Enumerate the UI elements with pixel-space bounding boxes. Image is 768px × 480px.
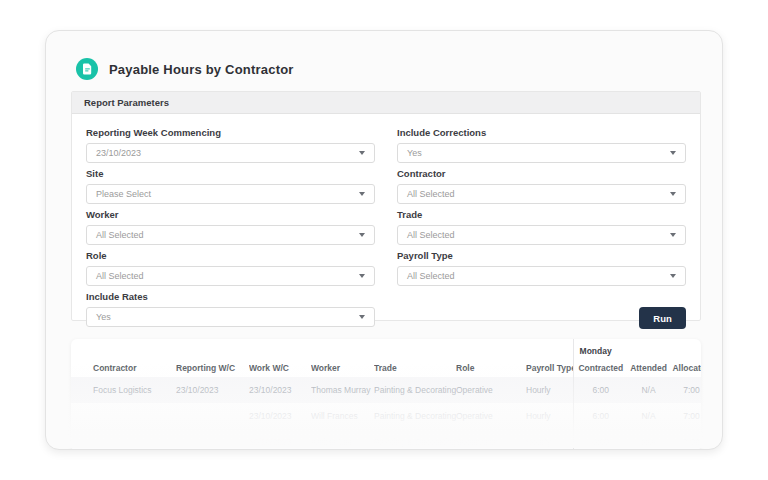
field-worker: Worker All Selected xyxy=(86,209,375,245)
chevron-down-icon xyxy=(670,274,676,278)
select-value: Please Select xyxy=(96,189,151,199)
cell-role: Supervisor xyxy=(456,429,526,450)
chevron-down-icon xyxy=(359,315,365,319)
column-header: Payroll Type xyxy=(526,359,573,377)
day-group-row: Monday xyxy=(71,339,701,359)
trade-select[interactable]: All Selected xyxy=(397,225,686,245)
column-header: Role xyxy=(456,359,526,377)
cell-worker: Thomas Murray xyxy=(311,377,374,403)
field-include-corrections: Include Corrections Yes xyxy=(397,127,686,163)
chevron-down-icon xyxy=(359,233,365,237)
field-include-rates: Include Rates Yes xyxy=(86,291,375,327)
report-parameters-panel: Report Parameters Reporting Week Commenc… xyxy=(71,91,701,321)
form-column-right: Include Corrections Yes Contractor All S… xyxy=(397,123,686,332)
select-value: All Selected xyxy=(96,271,144,281)
field-trade: Trade All Selected xyxy=(397,209,686,245)
chevron-down-icon xyxy=(359,274,365,278)
table-row: 16/10/2023 Amber Lee Painting & Decorati… xyxy=(71,429,701,450)
cell-contracted: 6:00 xyxy=(573,377,628,403)
column-header: Contracted xyxy=(573,359,628,377)
run-row: Run xyxy=(397,307,686,329)
cell-work-wc: 23/10/2023 xyxy=(249,403,311,429)
field-role: Role All Selected xyxy=(86,250,375,286)
chevron-down-icon xyxy=(359,192,365,196)
cell-attended: N/A xyxy=(628,429,669,450)
select-value: Yes xyxy=(96,312,111,322)
cell-trade: Painting & Decorating xyxy=(374,377,456,403)
parameters-form: Reporting Week Commencing 23/10/2023 Sit… xyxy=(72,114,700,332)
chevron-down-icon xyxy=(670,233,676,237)
cell-work-wc: 23/10/2023 xyxy=(249,377,311,403)
column-header: Attended xyxy=(628,359,669,377)
cell-attended: N/A xyxy=(628,403,669,429)
cell-allocated: 7:00 xyxy=(669,377,701,403)
field-label: Payroll Type xyxy=(397,250,686,261)
reporting-week-select[interactable]: 23/10/2023 xyxy=(86,143,375,163)
cell-reporting-wc xyxy=(176,403,249,429)
select-value: All Selected xyxy=(407,230,455,240)
chevron-down-icon xyxy=(670,192,676,196)
column-header: Worker xyxy=(311,359,374,377)
field-label: Role xyxy=(86,250,375,261)
cell-work-wc-correction: 16/10/2023 xyxy=(249,429,311,450)
day-group-spacer xyxy=(71,339,573,359)
field-site: Site Please Select xyxy=(86,168,375,204)
column-header: Contractor xyxy=(71,359,176,377)
cell-allocated: 7:00 xyxy=(669,403,701,429)
column-header: Work W/C xyxy=(249,359,311,377)
cell-worker: Amber Lee xyxy=(311,429,374,450)
cell-contractor xyxy=(71,403,176,429)
column-header: Reporting W/C xyxy=(176,359,249,377)
field-label: Include Rates xyxy=(86,291,375,302)
payroll-type-select[interactable]: All Selected xyxy=(397,266,686,286)
column-header: Trade xyxy=(374,359,456,377)
results-table-card: Monday Contractor Reporting W/C Work W/C… xyxy=(71,339,701,450)
field-contractor: Contractor All Selected xyxy=(397,168,686,204)
field-label: Contractor xyxy=(397,168,686,179)
cell-contracted: 6:00 xyxy=(573,429,628,450)
cell-trade: Painting & Decorating xyxy=(374,429,456,450)
field-label: Reporting Week Commencing xyxy=(86,127,375,138)
include-rates-select[interactable]: Yes xyxy=(86,307,375,327)
cell-role: Operative xyxy=(456,377,526,403)
cell-role: Operative xyxy=(456,403,526,429)
site-select[interactable]: Please Select xyxy=(86,184,375,204)
table-row: Focus Logistics 23/10/2023 23/10/2023 Th… xyxy=(71,377,701,403)
field-label: Worker xyxy=(86,209,375,220)
field-label: Include Corrections xyxy=(397,127,686,138)
cell-payroll-type: Hourly xyxy=(526,377,573,403)
role-select[interactable]: All Selected xyxy=(86,266,375,286)
worker-select[interactable]: All Selected xyxy=(86,225,375,245)
table-row: 23/10/2023 Will Frances Painting & Decor… xyxy=(71,403,701,429)
column-header: Allocated xyxy=(669,359,701,377)
cell-worker: Will Frances xyxy=(311,403,374,429)
field-payroll-type: Payroll Type All Selected xyxy=(397,250,686,286)
report-header: Payable Hours by Contractor xyxy=(76,58,294,80)
field-label: Site xyxy=(86,168,375,179)
cell-contractor: Focus Logistics xyxy=(71,377,176,403)
cell-allocated: 7:00 xyxy=(669,429,701,450)
page-title: Payable Hours by Contractor xyxy=(109,62,294,77)
cell-attended: N/A xyxy=(628,377,669,403)
cell-trade: Painting & Decorating xyxy=(374,403,456,429)
panel-title: Report Parameters xyxy=(72,92,700,114)
cell-contractor xyxy=(71,429,176,450)
report-card: Payable Hours by Contractor Report Param… xyxy=(45,30,723,450)
select-value: Yes xyxy=(407,148,422,158)
field-reporting-week: Reporting Week Commencing 23/10/2023 xyxy=(86,127,375,163)
contractor-select[interactable]: All Selected xyxy=(397,184,686,204)
form-column-left: Reporting Week Commencing 23/10/2023 Sit… xyxy=(86,123,375,332)
select-value: All Selected xyxy=(96,230,144,240)
include-corrections-select[interactable]: Yes xyxy=(397,143,686,163)
day-group-label: Monday xyxy=(573,339,701,359)
cell-payroll-type: Hourly xyxy=(526,403,573,429)
cell-contracted: 6:00 xyxy=(573,403,628,429)
cell-payroll-type: Hourly xyxy=(526,429,573,450)
run-button[interactable]: Run xyxy=(639,307,686,329)
cell-reporting-wc: 23/10/2023 xyxy=(176,377,249,403)
document-icon xyxy=(82,63,93,75)
chevron-down-icon xyxy=(670,151,676,155)
report-document-icon xyxy=(76,58,98,80)
select-value: All Selected xyxy=(407,271,455,281)
select-value: All Selected xyxy=(407,189,455,199)
